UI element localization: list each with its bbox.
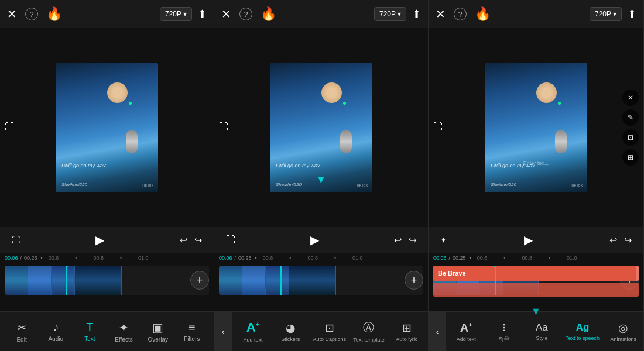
add-clip-btn-2[interactable]: + [405,271,423,290]
fullscreen-ctrl-2[interactable]: ⛶ [226,235,235,245]
video-edit-btn-3[interactable]: ✎ [622,109,639,126]
upload-btn-2[interactable]: ⬆ [412,8,421,20]
tts-style-3[interactable]: Ag Text to speech [566,322,600,341]
video-close-btn-3[interactable]: ✕ [622,90,639,106]
undo-btn-3[interactable]: ↩ [609,235,617,246]
edit-label-1: Edit [16,336,26,343]
text-template-tool-2[interactable]: Ⓐ Text template [353,320,385,343]
add-text-tool-2[interactable]: A+ Add text [238,320,268,343]
play-btn-1[interactable]: ▶ [95,233,104,247]
resolution-btn-2[interactable]: 720P ▾ [374,7,406,21]
text-track-bar-1[interactable]: Be Brave [433,266,639,281]
upload-btn-3[interactable]: ⬆ [628,8,636,20]
ruler-1: 00:06 / 00:25 • 00:6 • 00:8 • 01:0 [0,253,214,263]
close-button-2[interactable]: ✕ [221,7,231,21]
mark3-1: 00:6 [477,255,488,261]
auto-captions-tool-2[interactable]: ⊡ Auto Captions [313,321,346,342]
help-icon-3[interactable]: ? [454,8,467,20]
play-btn-2[interactable]: ▶ [310,233,319,247]
overlay-icon-1: ▣ [152,321,163,335]
redo-btn-3[interactable]: ↪ [624,235,632,246]
resolution-btn-1[interactable]: 720P ▾ [160,7,192,21]
video-more-btn-3[interactable]: ⊞ [622,149,639,166]
video-toolbar-3: ✕ ✎ ⊡ ⊞ [622,90,643,166]
time-total-2: 00:25 [238,255,252,261]
text-template-icon-2: Ⓐ [363,320,374,335]
playback-left-3: ✦ [440,236,447,245]
fullscreen-btn-1[interactable]: ⛶ [5,32,14,222]
tool-effects-1[interactable]: ✦ Effects [110,321,138,343]
add-clip-btn-1[interactable]: + [190,271,209,290]
collapse-btn-3[interactable]: ‹ [429,312,446,352]
magic-btn-3[interactable]: ✦ [440,236,447,245]
clip-thumb-2d [289,266,336,295]
animations-style-3[interactable]: ◎ Animations [609,321,638,342]
auto-lyric-label-2: Auto lyric [396,336,417,342]
ruler-2: 00:06 / 00:25 • 00:6 • 00:8 • 01:0 [214,253,428,263]
tool-overlay-1[interactable]: ▣ Overlay [144,321,172,343]
ruler-3: 00:06 / 00:25 • 00:6 • 00:8 • 01:0 [429,253,643,263]
style-style-3[interactable]: Aa Style [527,322,556,341]
timeline-3: 00:06 / 00:25 • 00:6 • 00:8 • 01:0 + [429,253,643,311]
dot-3: • [470,255,471,261]
mark-2: • [75,255,77,261]
auto-lyric-tool-2[interactable]: ⊞ Auto lyric [392,321,422,342]
auto-captions-icon-2: ⊡ [325,321,334,335]
fullscreen-btn-3[interactable]: ⛶ [433,32,443,222]
close-button-1[interactable]: ✕ [7,7,17,21]
resolution-arrow-3: ▾ [613,10,616,18]
help-icon-1[interactable]: ? [25,8,38,20]
mark2-4: • [334,255,336,261]
clip-thumb-1b [28,266,52,295]
cursor-arrow-2 [278,266,285,268]
playback-right-1: ↩ ↪ [180,235,202,246]
tool-edit-1[interactable]: ✂ Edit [8,321,36,343]
help-icon-2[interactable]: ? [239,8,252,20]
playback-left-2: ⛶ [226,235,235,245]
mark3-5: 01:0 [567,255,577,261]
stickers-tool-2[interactable]: ◕ Stickers [275,321,306,342]
fullscreen-ctrl-1[interactable]: ⛶ [12,235,20,245]
redo-btn-2[interactable]: ↪ [409,235,416,246]
audio-icon-1: ♪ [53,321,59,334]
close-button-3[interactable]: ✕ [436,7,446,21]
edit-icon-1: ✂ [17,321,27,335]
text-track-container-3: Be Brave [433,266,639,281]
add-text-style-icon-3: A+ [460,321,472,335]
resolution-label-3: 720P [595,10,611,18]
clip-thumb-2b [242,266,266,295]
video-preview-2: I will go on my way Sheikhni220 TikTok [270,63,372,192]
tts-icon-3: Ag [576,322,590,333]
text-icon-1: T [86,321,93,334]
split-style-3[interactable]: ⫶ Split [490,321,518,342]
effects-label-1: Effects [115,336,132,343]
topbar-1: ✕ ? 🔥 720P ▾ ⬆ [0,0,214,28]
cursor-arrow-1 [63,266,70,268]
fullscreen-btn-2[interactable]: ⛶ [219,32,228,222]
tool-audio-1[interactable]: ♪ Audio [42,321,70,342]
watermark-3: Sheikhni220 [491,182,516,187]
animations-label-3: Animations [610,336,636,342]
undo-btn-2[interactable]: ↩ [394,235,402,246]
add-text-style-label-3: Add text [457,336,476,342]
topbar-right-1: 720P ▾ ⬆ [160,7,207,21]
tool-filters-1[interactable]: ≡ Filters [178,321,206,342]
animations-icon-3: ◎ [618,321,628,335]
topbar-right-3: 720P ▾ ⬆ [590,7,636,21]
video-bg-1 [56,63,158,192]
text-track-bar-2[interactable]: ▼ [433,283,639,297]
add-text-style-3[interactable]: A+ Add text [452,321,480,342]
tool-text-1[interactable]: T Text [76,321,104,342]
undo-btn-1[interactable]: ↩ [180,235,187,246]
redo-btn-1[interactable]: ↪ [194,235,202,246]
play-btn-3[interactable]: ▶ [524,233,533,247]
collapse-btn-2[interactable]: ‹ [214,312,232,352]
upload-btn-1[interactable]: ⬆ [198,8,207,20]
flame-icon-3: 🔥 [475,6,491,22]
video-dup-btn-3[interactable]: ⊡ [622,129,639,146]
resolution-btn-3[interactable]: 720P ▾ [590,7,622,21]
mark2-3: 00:8 [307,255,318,261]
video-bg-3 [485,63,587,192]
mark2-1: 00:6 [263,255,273,261]
split-icon-3: ⫶ [501,321,507,334]
